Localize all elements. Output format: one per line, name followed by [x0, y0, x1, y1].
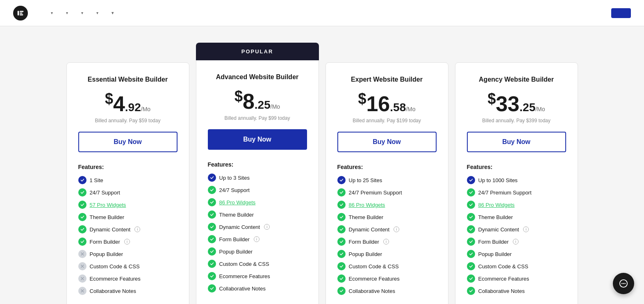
feature-text: Form Builder [349, 239, 379, 245]
feature-link[interactable]: 86 Pro Widgets [219, 199, 256, 206]
check-green-icon [208, 198, 216, 206]
feature-item: 86 Pro Widgets [467, 201, 566, 209]
feature-text: Form Builder [90, 239, 120, 245]
info-icon[interactable]: i [134, 226, 140, 232]
features-label: Features: [467, 164, 566, 170]
nav-hosting[interactable]: ▾ [59, 7, 73, 18]
feature-item: Form Builderi [208, 235, 307, 243]
buy-now-button-advanced[interactable]: Buy Now [208, 129, 307, 150]
price-block: $33.25/Mo [467, 91, 566, 114]
feature-text: 24/7 Premium Support [478, 190, 532, 196]
svg-point-14 [623, 283, 624, 284]
x-gray-icon [78, 262, 86, 270]
feature-item: Popup Builder [467, 250, 566, 258]
feature-link[interactable]: 86 Pro Widgets [349, 202, 385, 208]
check-green-icon [208, 235, 216, 243]
feature-item: Dynamic Contenti [208, 223, 307, 231]
feature-text: Dynamic Content [219, 224, 260, 230]
feature-text: Up to 25 Sites [349, 177, 382, 183]
price-amount: $16.58/Mo [337, 91, 437, 114]
info-icon[interactable]: i [383, 239, 389, 245]
nav-resources[interactable]: ▾ [90, 7, 103, 18]
feature-text: Custom Code & CSS [219, 261, 269, 267]
check-green-icon [208, 284, 216, 293]
login-button[interactable] [592, 10, 605, 16]
check-green-icon [337, 213, 346, 221]
buy-now-button-essential[interactable]: Buy Now [78, 132, 177, 152]
price-block: $8.25/Mo [208, 89, 307, 112]
svg-rect-2 [20, 12, 22, 14]
chat-bubble[interactable] [613, 273, 634, 294]
logo[interactable] [13, 6, 31, 21]
chevron-down-icon: ▾ [51, 11, 53, 15]
pricing-cards: Essential Website Builder$4.92/MoBilled … [16, 43, 628, 304]
price-decimal: .58 [390, 101, 406, 114]
price-dollar: $ [105, 90, 113, 107]
price-dollar: $ [487, 90, 496, 107]
buy-now-button-expert[interactable]: Buy Now [337, 132, 437, 152]
feature-item: Collaborative Notes [78, 287, 177, 295]
check-green-icon [337, 238, 346, 246]
feature-text: 86 Pro Widgets [219, 199, 256, 206]
feature-text: Ecommerce Features [90, 276, 141, 282]
feature-text: Popup Builder [90, 251, 123, 257]
main-content: Essential Website Builder$4.92/MoBilled … [0, 26, 644, 304]
price-mo: /Mo [141, 106, 150, 112]
features-label: Features: [78, 164, 177, 170]
feature-item: Popup Builder [337, 250, 437, 258]
price-billed: Billed annually. Pay $199 today [337, 118, 437, 123]
info-icon[interactable]: i [264, 224, 270, 230]
plan-title: Essential Website Builder [78, 76, 177, 83]
check-navy-icon [78, 176, 86, 184]
price-block: $16.58/Mo [337, 91, 437, 114]
feature-item: Form Builderi [467, 238, 566, 246]
nav-left: ▾ ▾ ▾ ▾ ▾ [13, 6, 118, 21]
feature-item: Popup Builder [208, 247, 307, 256]
price-block: $4.92/Mo [78, 91, 177, 114]
feature-text: 86 Pro Widgets [349, 202, 385, 208]
price-dollar: $ [358, 90, 366, 107]
chevron-down-icon: ▾ [112, 11, 114, 15]
check-green-icon [208, 223, 216, 231]
feature-item: Collaborative Notes [208, 284, 307, 293]
feature-item: 86 Pro Widgets [208, 198, 307, 206]
pricing-card-advanced: Advanced Website Builder$8.25/MoBilled a… [196, 60, 319, 304]
nav-pricing[interactable]: ▾ [105, 7, 118, 18]
check-green-icon [337, 274, 346, 283]
check-navy-icon [467, 176, 475, 184]
feature-link[interactable]: 86 Pro Widgets [478, 202, 515, 208]
chevron-down-icon: ▾ [66, 11, 68, 15]
feature-item: Custom Code & CSS [337, 262, 437, 270]
info-icon[interactable]: i [124, 239, 130, 245]
feature-text: Theme Builder [478, 214, 513, 220]
nav-web-creation[interactable]: ▾ [75, 7, 88, 18]
features-label: Features: [208, 161, 307, 168]
feature-text: Dynamic Content [90, 226, 131, 233]
check-green-icon [337, 201, 346, 209]
check-green-icon [467, 287, 475, 295]
buy-now-button-agency[interactable]: Buy Now [467, 132, 566, 152]
feature-text: 24/7 Support [90, 190, 120, 196]
logo-icon [13, 6, 28, 21]
check-green-icon [208, 186, 216, 194]
check-green-icon [208, 247, 216, 256]
info-icon[interactable]: i [513, 239, 519, 245]
info-icon[interactable]: i [523, 226, 529, 232]
info-icon[interactable]: i [394, 226, 399, 232]
price-amount: $4.92/Mo [78, 91, 177, 114]
check-green-icon [467, 262, 475, 270]
feature-text: Dynamic Content [478, 226, 519, 233]
buy-now-nav-button[interactable] [611, 8, 631, 18]
check-green-icon [208, 272, 216, 280]
popular-wrapper: POPULARAdvanced Website Builder$8.25/MoB… [193, 43, 322, 304]
feature-item: Ecommerce Features [78, 274, 177, 283]
feature-link[interactable]: 57 Pro Widgets [90, 202, 126, 208]
feature-text: Popup Builder [349, 251, 382, 257]
check-green-icon [467, 225, 475, 233]
feature-text: Collaborative Notes [478, 288, 525, 294]
info-icon[interactable]: i [254, 236, 259, 242]
feature-text: Form Builder [478, 239, 509, 245]
check-green-icon [467, 188, 475, 197]
nav-products[interactable]: ▾ [44, 7, 58, 18]
check-green-icon [208, 210, 216, 219]
